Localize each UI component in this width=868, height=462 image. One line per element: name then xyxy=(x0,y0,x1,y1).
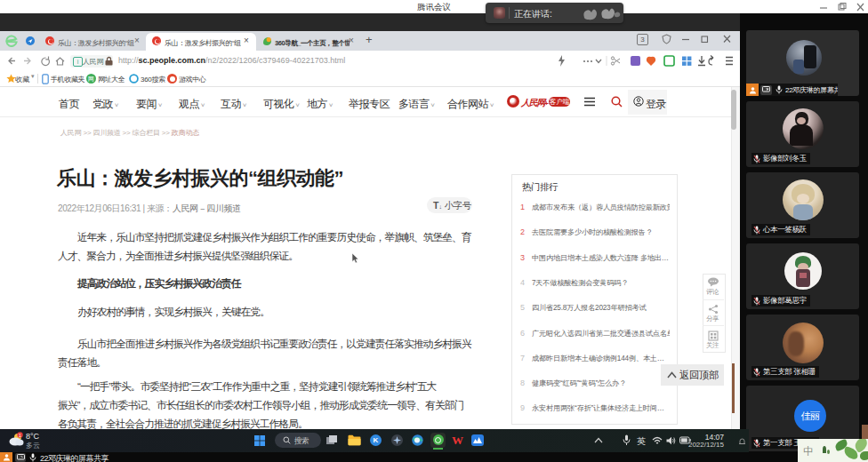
svg-text:1: 1 xyxy=(19,433,21,438)
